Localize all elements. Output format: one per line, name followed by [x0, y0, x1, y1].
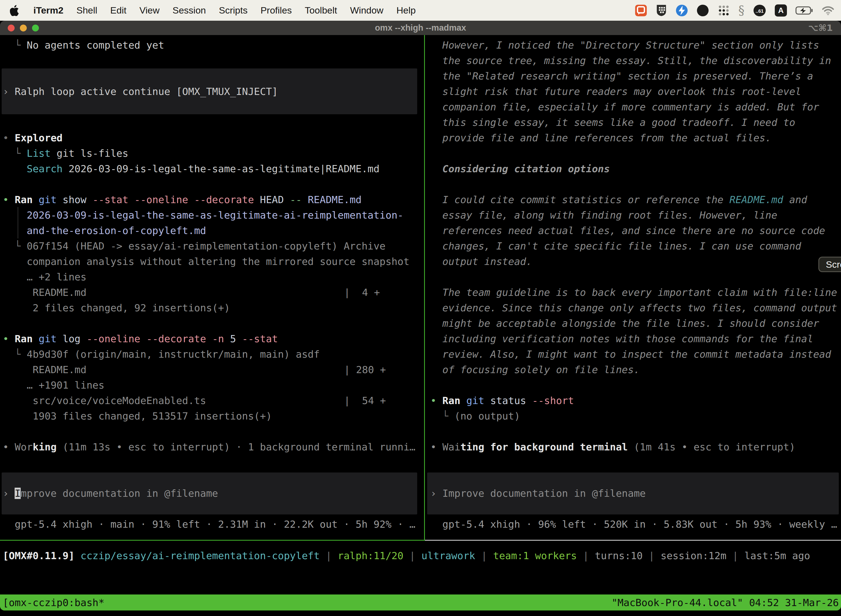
terminal: └ No agents completed yet› Ralph loop ac… — [0, 0, 841, 616]
terminal-line-left: … +2 lines — [3, 269, 86, 285]
tmux-host-clock: "MacBook-Pro-44.local" 04:52 31-Mar-26 — [611, 597, 839, 608]
terminal-line-left: • Explored — [3, 130, 63, 146]
terminal-line-right: evidence. Since this change only affects… — [431, 300, 837, 316]
terminal-line-left: └ 4b9d30f (origin/main, instructkr/main,… — [3, 347, 320, 362]
terminal-line-right: might be acceptable alongside the file l… — [431, 316, 819, 331]
terminal-line-right: The team guideline is to back every impo… — [431, 285, 837, 300]
terminal-line-left: └ No agents completed yet — [3, 38, 164, 53]
thinking-heading: Considering citation options — [431, 161, 610, 177]
terminal-line-right: the "Related research writing" section i… — [431, 69, 813, 84]
terminal-line-right: references need actual files, and since … — [431, 223, 825, 238]
traffic-lights — [8, 25, 39, 31]
terminal-line-right: output instead. — [431, 254, 532, 269]
terminal-line-left: README.md| 4 + — [3, 285, 86, 300]
terminal-line-left: └ 067f154 (HEAD -> essay/ai-reimplementa… — [3, 238, 385, 254]
terminal-line-right: essay file, along with finding root file… — [431, 208, 777, 223]
pane-bottom-border-left — [0, 540, 424, 541]
terminal-line-left: companion analysis without altering the … — [3, 254, 409, 269]
tmux-session-tab[interactable]: [omx-cczip0:bash* — [3, 597, 104, 608]
terminal-line-right: provide file and line references from th… — [431, 130, 771, 146]
terminal-line-left: README.md| 280 + — [3, 362, 86, 378]
close-button[interactable] — [8, 25, 15, 31]
terminal-line-right: slight risk that future readers may over… — [431, 84, 801, 99]
screen-share-tooltip: Scre — [818, 257, 841, 272]
terminal-line-left: • Ran git log --oneline --decorate -n 5 … — [3, 331, 278, 347]
minimize-button[interactable] — [20, 25, 27, 31]
prompt-input-right[interactable]: › Improve documentation in @filename — [431, 486, 646, 501]
terminal-line-left: and-the-erosion-of-copyleft.md — [3, 223, 206, 238]
terminal-line-right: I could cite commit statistics or refere… — [431, 192, 807, 208]
terminal-line-left: 1903 files changed, 513517 insertions(+) — [3, 408, 272, 424]
pane-bottom-border-right — [425, 540, 841, 541]
tmux-status-bar: [omx-cczip0:bash* "MacBook-Pro-44.local"… — [0, 594, 841, 610]
waiting-status: • Waiting for background terminal (1m 41… — [431, 439, 795, 455]
terminal-line-left: 2026-03-09-is-legal-the-same-as-legitima… — [3, 208, 403, 223]
model-status-right: gpt-5.4 xhigh · 96% left · 520K in · 5.8… — [431, 517, 837, 532]
pane-divider — [424, 35, 425, 541]
tooltip-label: Scre — [826, 259, 841, 270]
terminal-line-right: • Ran git status --short — [431, 393, 574, 408]
terminal-line-right: the source tree, missing the essay. Stil… — [431, 53, 831, 69]
terminal-line-right: └ (no output) — [431, 408, 520, 424]
terminal-line-left: • Ran git show --stat --oneline --decora… — [3, 192, 362, 208]
terminal-line-left: 2 files changed, 92 insertions(+) — [3, 300, 230, 316]
working-status: • Working (11m 13s • esc to interrupt) ·… — [3, 439, 416, 455]
omx-status-line: [OMX#0.11.9] cczip/essay/ai-reimplementa… — [3, 548, 810, 563]
ralph-loop-status: › Ralph loop active continue [OMX_TMUX_I… — [3, 84, 278, 99]
terminal-line-right: companion file, especially if more comme… — [431, 99, 819, 115]
terminal-line-right: of focusing solely on file lines. — [431, 362, 640, 378]
terminal-line-left: … +1901 lines — [3, 378, 104, 393]
terminal-line-right: this single essay, it seems like a good … — [431, 115, 795, 130]
terminal-line-right: changes, I can't cite specific file line… — [431, 238, 801, 254]
prompt-input-left[interactable]: › Improve documentation in @filename — [3, 486, 218, 501]
model-status-left: gpt-5.4 xhigh · main · 91% left · 2.31M … — [3, 517, 416, 532]
terminal-line-right: including verification notes with those … — [431, 331, 813, 347]
terminal-line-right: review. Also, I might want to inspect th… — [431, 347, 831, 362]
terminal-line-left: └ List git ls-files — [3, 146, 128, 161]
terminal-line-left: src/voice/voiceModeEnabled.ts| 54 + — [3, 393, 206, 408]
terminal-line-left: Search 2026-03-09-is-legal-the-same-as-l… — [3, 161, 379, 177]
terminal-line-right: However, I noticed the "Directory Struct… — [431, 38, 819, 53]
text-cursor: I — [15, 488, 21, 499]
zoom-button[interactable] — [32, 25, 39, 31]
